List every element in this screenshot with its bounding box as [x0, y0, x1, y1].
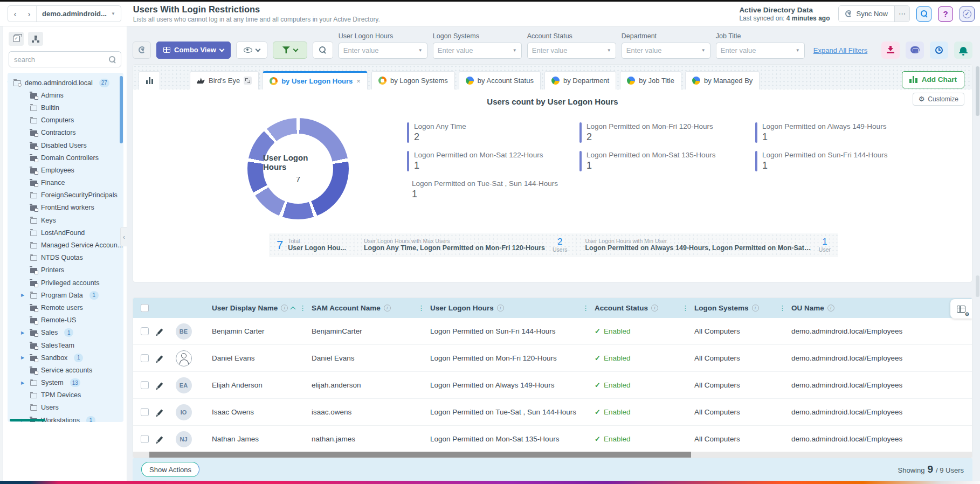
fullscreen-icon[interactable] — [244, 77, 252, 85]
info-icon[interactable]: i — [281, 305, 288, 312]
legend-item[interactable]: Logon Permitted on Mon-Sat 135-Hours1 — [579, 151, 729, 171]
feedback-button[interactable] — [906, 42, 924, 59]
tree-item-keys[interactable]: Keys — [10, 214, 123, 226]
expand-arrow-icon[interactable]: ▶ — [21, 330, 26, 335]
sync-now-button[interactable]: Sync Now — [839, 6, 894, 22]
filter-input-job-title[interactable] — [721, 46, 796, 54]
filter-input-logon-systems[interactable] — [438, 46, 513, 54]
page-scrollbar-thumb[interactable] — [976, 275, 979, 297]
tree-item-frontend-workers[interactable]: FrontEnd workers — [10, 202, 123, 214]
tree-item-computers[interactable]: Computers — [10, 114, 123, 127]
column-header-sam-account-name[interactable]: SAM Account Name i ⋮ — [312, 304, 430, 312]
show-actions-button[interactable]: Show Actions — [141, 462, 199, 477]
customize-button[interactable]: ⚙ Customize — [913, 93, 964, 106]
table-row[interactable]: IO Isaac Owens isaac.owens Logon Permitt… — [133, 399, 972, 426]
tree-item-finance[interactable]: Finance — [10, 177, 123, 189]
info-icon[interactable]: i — [827, 305, 834, 312]
tree-item-service-accounts[interactable]: Service accounts — [10, 364, 123, 376]
audit-button[interactable]: ✓ — [960, 6, 975, 22]
global-search-button[interactable] — [916, 6, 931, 22]
filter-select[interactable]: ▼ — [622, 43, 710, 59]
info-icon[interactable]: i — [651, 305, 658, 312]
filter-input-department[interactable] — [626, 46, 701, 54]
column-header-account-status[interactable]: Account Status i ⋮ — [595, 304, 694, 312]
tree-item-contractors[interactable]: Contractors — [10, 127, 123, 139]
filter-select[interactable]: ▼ — [433, 43, 522, 59]
tree-item-sandbox[interactable]: ▶Sandbox1 — [10, 351, 123, 364]
table-search-button[interactable] — [313, 42, 333, 59]
info-icon[interactable]: i — [384, 305, 391, 312]
row-checkbox[interactable] — [141, 381, 149, 389]
legend-item[interactable]: Logon Permitted on Mon-Sat 122-Hours1 — [407, 151, 554, 171]
row-checkbox[interactable] — [141, 408, 149, 416]
legend-item[interactable]: Logon Permitted on Tue-Sat , Sun 144-Hou… — [407, 179, 554, 200]
export-button[interactable] — [881, 42, 900, 59]
tree-item-disabled-users[interactable]: Disabled Users — [10, 139, 123, 151]
select-all-checkbox[interactable] — [141, 304, 149, 312]
tree-item-program-data[interactable]: ▶Program Data1 — [10, 289, 123, 301]
edit-icon[interactable] — [157, 409, 163, 415]
column-header-logon-systems[interactable]: Logon Systems i ⋮ — [694, 304, 791, 312]
tab-birds-eye[interactable]: Bird's Eye — [190, 71, 259, 89]
edit-icon[interactable] — [157, 328, 163, 334]
add-chart-button[interactable]: Add Chart — [902, 71, 964, 88]
tab-by-managed-by[interactable]: by Managed By — [685, 71, 760, 89]
tab-by-logon-systems[interactable]: by Logon Systems — [371, 71, 455, 89]
column-header-user-logon-hours[interactable]: User Logon Hours i ⋮ — [430, 304, 595, 312]
tree-item-admins[interactable]: Admins — [10, 89, 123, 101]
column-menu-icon[interactable]: ⋮ — [418, 304, 425, 312]
edit-icon[interactable] — [157, 355, 163, 361]
tree-item-users[interactable]: Users — [10, 402, 123, 414]
tree-scrollbar-horizontal[interactable] — [10, 419, 45, 421]
hierarchy-view-button[interactable] — [28, 32, 43, 46]
filter-select[interactable]: ▼ — [527, 43, 616, 59]
page-scrollbar-thumb[interactable] — [976, 66, 979, 116]
tree-item-system[interactable]: ▶System13 — [10, 377, 123, 389]
column-header-user-display-name[interactable]: User Display Name i ⋮ — [212, 304, 312, 312]
visibility-button[interactable] — [236, 42, 267, 59]
tree-item-foreignsecurityprincipals[interactable]: ForeignSecurityPrincipals — [10, 189, 123, 202]
expand-arrow-icon[interactable]: ▶ — [21, 355, 26, 360]
tree-item-lostandfound[interactable]: LostAndFound — [10, 226, 123, 239]
tree-item-privileged-accounts[interactable]: Privileged accounts — [10, 276, 123, 289]
legend-item[interactable]: Logon Permitted on Always 149-Hours1 — [755, 122, 890, 143]
chart-list-button[interactable] — [139, 71, 160, 89]
sync-more-button[interactable]: ⋯ — [894, 6, 909, 22]
tree-item-builtin[interactable]: Builtin — [10, 101, 123, 114]
row-checkbox[interactable] — [141, 435, 149, 443]
legend-item[interactable]: Logon Any Time2 — [407, 122, 554, 143]
legend-item[interactable]: Logon Permitted on Mon-Fri 120-Hours2 — [579, 122, 729, 143]
tree-item-salesteam[interactable]: SalesTeam — [10, 339, 123, 351]
forward-button[interactable]: › — [22, 9, 36, 18]
column-menu-icon[interactable]: ⋮ — [582, 304, 589, 312]
scrollbar-thumb[interactable] — [149, 452, 691, 458]
tree-item-managed-service-accounts[interactable]: Managed Service Accoun... — [10, 239, 123, 251]
tab-by-department[interactable]: by Department — [544, 71, 616, 89]
column-menu-icon[interactable]: ⋮ — [299, 304, 306, 312]
filter-button[interactable] — [273, 42, 307, 59]
legend-item[interactable]: Logon Permitted on Sun-Fri 144-Hours1 — [755, 151, 890, 171]
column-menu-icon[interactable]: ⋮ — [779, 304, 786, 312]
schedule-button[interactable] — [930, 42, 948, 59]
tree-item-remote-users[interactable]: Remote users — [10, 301, 123, 314]
column-chooser-button[interactable]: ⚙ — [950, 299, 972, 319]
saved-selections-button[interactable]: ✓ — [9, 32, 24, 46]
tab-by-account-status[interactable]: by Account Status — [459, 71, 541, 89]
back-button[interactable]: ‹ — [8, 9, 22, 18]
tree-scrollbar-vertical[interactable] — [120, 76, 123, 143]
edit-icon[interactable] — [157, 436, 163, 442]
tree-item-printers[interactable]: Printers — [10, 264, 123, 276]
tree-item-domain-controllers[interactable]: Domain Controllers — [10, 151, 123, 164]
help-button[interactable]: ? — [938, 6, 953, 22]
expand-all-filters-link[interactable]: Expand All Filters — [813, 46, 867, 54]
table-row[interactable]: Daniel Evans Daniel Evans Logon Permitte… — [133, 345, 972, 372]
tab-by-user-logon-hours[interactable]: by User Logon Hours × — [263, 71, 368, 89]
column-menu-icon[interactable]: ⋮ — [682, 304, 689, 312]
filter-input-account-status[interactable] — [532, 46, 607, 54]
table-row[interactable]: NJ Nathan James nathan.james Logon Permi… — [133, 426, 972, 453]
expand-arrow-icon[interactable]: ▶ — [21, 293, 26, 298]
table-row[interactable]: EA Elijah Anderson elijah.anderson Logon… — [133, 372, 972, 399]
view-mode-button[interactable]: Combo View — [156, 42, 231, 59]
tab-by-job-title[interactable]: by Job Title — [620, 71, 681, 89]
close-icon[interactable]: × — [356, 77, 361, 85]
